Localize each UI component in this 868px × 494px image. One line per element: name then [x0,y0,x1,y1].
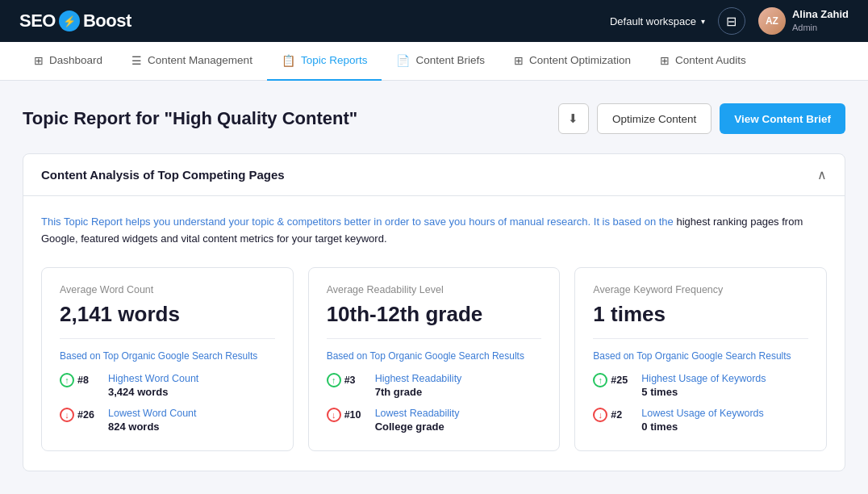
stat-row-lowest-keyword-frequency: ↓ #2 Lowest Usage of Keywords 0 times [593,408,808,433]
analysis-card: Content Analysis of Top Competing Pages … [23,153,845,471]
header-right: Default workspace ▾ ⊟ AZ Alina Zahid Adm… [610,7,849,35]
workspace-selector[interactable]: Default workspace ▾ [610,15,705,27]
stat-detail-lowest-readability: Lowest Readability College grade [375,408,460,433]
highest-rank-word-count: #8 [77,375,89,386]
nav-item-dashboard[interactable]: ⊞ Dashboard [19,42,117,81]
nav-item-content-audits[interactable]: ⊞ Content Audits [645,42,761,81]
download-button[interactable]: ⬇ [558,103,589,134]
stat-detail-highest-keyword-frequency: Highest Usage of Keywords 5 times [641,373,766,398]
top-header: SEO ⚡ Boost Default workspace ▾ ⊟ AZ Ali… [0,0,868,42]
card-header: Content Analysis of Top Competing Pages … [23,154,845,196]
highest-label-word-count: Highest Word Count [108,373,198,384]
download-icon: ⬇ [568,111,578,126]
content-briefs-icon: 📄 [396,54,410,67]
user-name: Alina Zahid [792,8,849,22]
lowest-rank-keyword-frequency: #2 [611,409,622,421]
card-body: This Topic Report helps you understand y… [23,196,845,471]
stat-row-lowest-word-count: ↓ #26 Lowest Word Count 824 words [60,408,275,433]
lowest-label-word-count: Lowest Word Count [108,408,197,419]
stat-value-readability: 10th-12th grade [327,302,542,339]
page-header: Topic Report for "High Quality Content" … [23,103,845,134]
notification-button[interactable]: ⊟ [718,7,745,35]
logo-text-before: SEO [19,10,56,31]
stat-value-word-count: 2,141 words [60,302,275,339]
user-role: Admin [792,22,849,33]
stat-source-keyword-frequency: Based on Top Organic Google Search Resul… [593,350,808,362]
notification-icon: ⊟ [726,14,737,29]
up-icon-word-count: ↑ [60,373,74,387]
lowest-label-readability: Lowest Readability [375,408,460,419]
nav-item-topic-reports[interactable]: 📋 Topic Reports [267,42,382,81]
highest-badge-readability: ↑ #3 [327,373,367,387]
stat-row-lowest-readability: ↓ #10 Lowest Readability College grade [327,408,542,433]
chevron-down-icon: ▾ [701,17,705,26]
stat-source-readability: Based on Top Organic Google Search Resul… [327,350,542,362]
nav-item-content-optimization[interactable]: ⊞ Content Optimization [499,42,645,81]
lowest-value-word-count: 824 words [108,421,197,433]
user-profile[interactable]: AZ Alina Zahid Admin [758,7,849,35]
highest-rank-readability: #3 [344,375,356,386]
header-actions: ⬇ Optimize Content View Content Brief [558,103,845,134]
highest-label-keyword-frequency: Highest Usage of Keywords [641,373,766,384]
nav-item-content-briefs[interactable]: 📄 Content Briefs [382,42,499,81]
stat-detail-highest-readability: Highest Readability 7th grade [375,373,462,398]
dashboard-icon: ⊞ [34,54,44,67]
highest-rank-keyword-frequency: #25 [611,375,628,386]
logo-icon: ⚡ [59,10,80,31]
lowest-value-readability: College grade [375,421,460,433]
page-title: Topic Report for "High Quality Content" [23,108,357,129]
stat-detail-lowest-word-count: Lowest Word Count 824 words [108,408,197,433]
stat-source-word-count: Based on Top Organic Google Search Resul… [60,350,275,362]
down-icon-keyword-frequency: ↓ [593,408,607,422]
view-content-brief-button[interactable]: View Content Brief [720,103,845,134]
avatar: AZ [758,7,786,35]
lowest-badge-word-count: ↓ #26 [60,408,100,422]
lowest-badge-readability: ↓ #10 [327,408,367,422]
optimize-content-button[interactable]: Optimize Content [597,103,712,134]
card-header-title: Content Analysis of Top Competing Pages [41,168,285,182]
stat-row-highest-readability: ↑ #3 Highest Readability 7th grade [327,373,542,398]
content-audits-icon: ⊞ [660,54,670,67]
stat-detail-highest-word-count: Highest Word Count 3,424 words [108,373,198,398]
highest-value-word-count: 3,424 words [108,386,198,398]
page-content: Topic Report for "High Quality Content" … [0,81,868,491]
stat-card-word-count: Average Word Count 2,141 words Based on … [41,267,294,451]
info-text: This Topic Report helps you understand y… [41,214,827,248]
stats-grid: Average Word Count 2,141 words Based on … [41,267,827,451]
nav-label-topic-reports: Topic Reports [301,54,368,66]
content-optimization-icon: ⊞ [514,54,524,67]
stat-value-keyword-frequency: 1 times [593,302,808,339]
nav-label-content-optimization: Content Optimization [529,54,631,66]
highest-label-readability: Highest Readability [375,373,462,384]
lowest-rank-word-count: #26 [77,409,94,421]
highest-badge-keyword-frequency: ↑ #25 [593,373,633,387]
workspace-label: Default workspace [610,15,696,27]
up-icon-keyword-frequency: ↑ [593,373,607,387]
chevron-up-icon: ∧ [817,167,827,182]
logo-text-after: Boost [83,10,131,31]
content-management-icon: ☰ [131,54,142,67]
stat-row-highest-word-count: ↑ #8 Highest Word Count 3,424 words [60,373,275,398]
nav-label-content-briefs: Content Briefs [415,54,485,66]
lowest-value-keyword-frequency: 0 times [641,421,763,433]
stat-card-readability: Average Readability Level 10th-12th grad… [308,267,561,451]
collapse-button[interactable]: ∧ [817,167,827,182]
nav-item-content-management[interactable]: ☰ Content Management [117,42,267,81]
stat-card-keyword-frequency: Average Keyword Frequency 1 times Based … [574,267,827,451]
lowest-label-keyword-frequency: Lowest Usage of Keywords [641,408,763,419]
highest-badge-word-count: ↑ #8 [60,373,100,387]
stat-label-keyword-frequency: Average Keyword Frequency [593,284,808,295]
stat-label-readability: Average Readability Level [327,284,542,295]
nav-label-dashboard: Dashboard [49,54,102,66]
lowest-badge-keyword-frequency: ↓ #2 [593,408,633,422]
stat-detail-lowest-keyword-frequency: Lowest Usage of Keywords 0 times [641,408,763,433]
stat-label-word-count: Average Word Count [60,284,275,295]
logo: SEO ⚡ Boost [19,10,131,31]
info-highlight: highest ranking pages from Google, featu… [41,216,803,245]
avatar-info: Alina Zahid Admin [792,8,849,33]
nav-bar: ⊞ Dashboard ☰ Content Management 📋 Topic… [0,42,868,81]
up-icon-readability: ↑ [327,373,341,387]
down-icon-word-count: ↓ [60,408,74,422]
highest-value-readability: 7th grade [375,386,462,398]
down-icon-readability: ↓ [327,408,341,422]
